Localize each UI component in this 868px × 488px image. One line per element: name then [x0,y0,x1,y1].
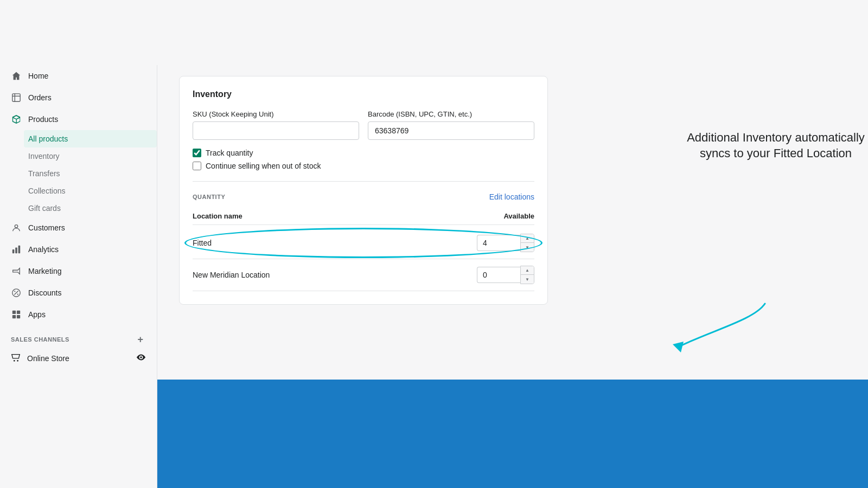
sidebar-item-orders[interactable]: Orders [0,87,157,108]
fitted-quantity-spinner: ▲ ▼ [477,234,534,252]
new-meridian-quantity-decrement[interactable]: ▼ [521,275,534,284]
sidebar: Home Orders [0,65,157,488]
inventory-card: Inventory SKU (Stock Keeping Unit) Barco… [179,76,548,305]
svg-rect-13 [12,315,16,318]
continue-selling-row: Continue selling when out of stock [193,162,534,170]
svg-rect-5 [15,247,17,253]
fitted-quantity-increment[interactable]: ▲ [521,234,534,243]
new-meridian-quantity-spinner: ▲ ▼ [477,266,534,284]
divider [193,181,534,182]
continue-selling-label: Continue selling when out of stock [206,162,321,170]
online-store-eye-icon[interactable] [136,352,146,364]
svg-point-15 [14,360,15,362]
annotation-arrow [667,298,776,363]
sidebar-item-customers-label: Customers [28,223,65,232]
location-table-header: Location name Available [193,208,534,225]
quantity-header: QUANTITY Edit locations [193,192,534,201]
sidebar-item-home[interactable]: Home [0,65,157,87]
sidebar-sub-item-inventory[interactable]: Inventory [28,147,157,165]
products-icon [11,114,22,125]
sidebar-item-customers[interactable]: Customers [0,217,157,239]
edit-locations-link[interactable]: Edit locations [489,192,534,201]
sidebar-item-orders-label: Orders [28,93,52,102]
sku-barcode-row: SKU (Stock Keeping Unit) Barcode (ISBN, … [193,110,534,140]
svg-point-16 [17,360,18,362]
sidebar-item-analytics[interactable]: Analytics [0,239,157,260]
sidebar-item-online-store[interactable]: Online Store [0,347,157,369]
annotation-area: Additional Inventory automatically syncs… [684,65,868,488]
col-available: Available [503,212,534,220]
products-sub-menu: All products Inventory Transfers Collect… [0,130,157,217]
sidebar-item-marketing-label: Marketing [28,267,61,275]
svg-rect-0 [12,94,20,101]
new-meridian-spinner-buttons: ▲ ▼ [520,266,534,284]
home-icon [11,70,22,81]
orders-icon [11,92,22,103]
online-store-icon [11,352,21,364]
quantity-section-label: QUANTITY [193,194,225,200]
track-quantity-row: Track quantity [193,149,534,157]
online-store-label: Online Store [27,354,69,363]
track-quantity-checkbox[interactable] [193,149,201,157]
customers-icon [11,222,22,233]
location-table: Location name Available Fitted ▲ ▼ [193,208,534,291]
fitted-quantity-input[interactable] [477,235,520,251]
sidebar-item-products[interactable]: Products [0,108,157,130]
sidebar-item-home-label: Home [28,72,48,80]
col-location-name: Location name [193,212,242,220]
sidebar-item-apps[interactable]: Apps [0,304,157,325]
sku-group: SKU (Stock Keeping Unit) [193,110,359,140]
svg-marker-18 [673,342,684,352]
new-meridian-location-name: New Meridian Location [193,271,270,279]
inventory-card-title: Inventory [193,89,534,99]
marketing-icon [11,266,22,277]
sidebar-sub-item-transfers[interactable]: Transfers [28,165,157,182]
svg-point-9 [14,291,15,292]
svg-rect-11 [12,311,16,314]
location-row-new-meridian: New Meridian Location ▲ ▼ [193,259,534,291]
fitted-quantity-decrement[interactable]: ▼ [521,243,534,252]
sku-label: SKU (Stock Keeping Unit) [193,110,359,118]
main-content: Inventory SKU (Stock Keeping Unit) Barco… [157,65,684,488]
barcode-group: Barcode (ISBN, UPC, GTIN, etc.) [368,110,534,140]
add-sales-channel-button[interactable]: + [135,334,146,345]
sidebar-item-discounts[interactable]: Discounts [0,282,157,304]
sales-channels-section: SALES CHANNELS + [0,325,157,347]
svg-point-10 [17,294,18,295]
barcode-input[interactable] [368,121,534,140]
analytics-icon [11,244,22,255]
sidebar-sub-item-collections[interactable]: Collections [28,182,157,200]
annotation-text: Additional Inventory automatically syncs… [684,130,868,161]
new-meridian-quantity-input[interactable] [477,267,520,283]
track-quantity-label: Track quantity [206,149,253,157]
sidebar-item-marketing[interactable]: Marketing [0,260,157,282]
svg-rect-14 [17,315,20,318]
sidebar-item-analytics-label: Analytics [28,245,59,254]
location-row-fitted: Fitted ▲ ▼ [193,227,534,259]
sidebar-item-discounts-label: Discounts [28,288,61,297]
svg-rect-12 [17,311,20,314]
continue-selling-checkbox[interactable] [193,162,201,170]
sidebar-item-apps-label: Apps [28,310,46,319]
sku-input[interactable] [193,121,359,140]
sidebar-sub-item-all-products[interactable]: All products [24,130,157,147]
barcode-label: Barcode (ISBN, UPC, GTIN, etc.) [368,110,534,118]
sidebar-item-products-label: Products [28,115,58,124]
apps-icon [11,309,22,320]
svg-point-3 [15,225,17,228]
fitted-spinner-buttons: ▲ ▼ [520,234,534,252]
svg-point-17 [140,356,142,358]
svg-rect-6 [18,246,21,253]
sidebar-sub-item-gift-cards[interactable]: Gift cards [28,200,157,217]
new-meridian-quantity-increment[interactable]: ▲ [521,266,534,275]
fitted-location-name: Fitted [193,239,212,247]
discounts-icon [11,287,22,298]
svg-rect-4 [12,249,15,253]
